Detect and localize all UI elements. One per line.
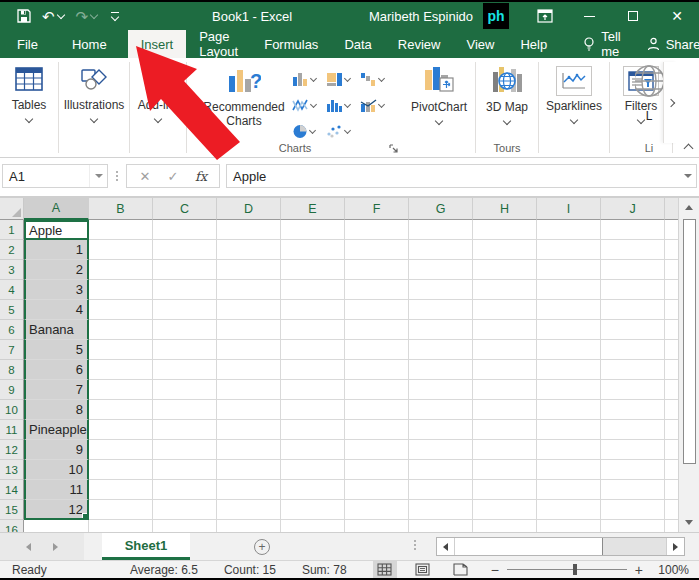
cell-H16[interactable] <box>473 520 537 532</box>
cell-C4[interactable] <box>153 280 217 300</box>
cell-G7[interactable] <box>409 340 473 360</box>
cell-I11[interactable] <box>537 420 601 440</box>
insert-function-icon[interactable]: fx <box>187 169 215 184</box>
row-header-14[interactable]: 14 <box>0 480 24 500</box>
column-header-h[interactable]: H <box>473 198 537 220</box>
cell-F12[interactable] <box>345 440 409 460</box>
cell-J4[interactable] <box>601 280 665 300</box>
cell-D10[interactable] <box>217 400 281 420</box>
cell-J6[interactable] <box>601 320 665 340</box>
cell-F5[interactable] <box>345 300 409 320</box>
row-header-1[interactable]: 1 <box>0 220 24 240</box>
cell-A8[interactable]: 6 <box>24 360 89 380</box>
cell-G11[interactable] <box>409 420 473 440</box>
scroll-right-icon[interactable] <box>666 538 684 555</box>
cell-D15[interactable] <box>217 500 281 520</box>
cell-H7[interactable] <box>473 340 537 360</box>
tab-share[interactable]: Share <box>634 30 699 58</box>
cell-F2[interactable] <box>345 240 409 260</box>
cell-I3[interactable] <box>537 260 601 280</box>
ribbon-display-options-icon[interactable] <box>523 2 567 30</box>
vertical-scroll-thumb[interactable] <box>683 219 696 464</box>
cell-H8[interactable] <box>473 360 537 380</box>
cell-B8[interactable] <box>89 360 153 380</box>
cell-E4[interactable] <box>281 280 345 300</box>
cell-A15[interactable]: 12 <box>24 500 89 520</box>
tables-button[interactable]: Tables <box>6 64 53 150</box>
cell-G3[interactable] <box>409 260 473 280</box>
cell-H1[interactable] <box>473 220 537 240</box>
row-header-5[interactable]: 5 <box>0 300 24 320</box>
cell-A14[interactable]: 11 <box>24 480 89 500</box>
cell-H10[interactable] <box>473 400 537 420</box>
cell-E7[interactable] <box>281 340 345 360</box>
cell-C7[interactable] <box>153 340 217 360</box>
cell-C9[interactable] <box>153 380 217 400</box>
cell-C12[interactable] <box>153 440 217 460</box>
cell-F16[interactable] <box>345 520 409 532</box>
tab-help[interactable]: Help <box>507 30 560 58</box>
ribbon-scroll-right-button[interactable] <box>663 62 677 143</box>
cell-B5[interactable] <box>89 300 153 320</box>
cell-A9[interactable]: 7 <box>24 380 89 400</box>
cell-B10[interactable] <box>89 400 153 420</box>
name-box-dropdown-icon[interactable] <box>89 165 107 187</box>
cell-D14[interactable] <box>217 480 281 500</box>
maximize-button[interactable] <box>611 2 655 30</box>
cell-A2[interactable]: 1 <box>24 240 89 260</box>
histogram-chart-icon[interactable] <box>326 92 360 118</box>
map3d-button[interactable]: 3D Map <box>480 64 534 150</box>
recommended-charts-button[interactable]: ? Recommended Charts <box>196 64 292 150</box>
cell-F3[interactable] <box>345 260 409 280</box>
cell-C11[interactable] <box>153 420 217 440</box>
cell-F4[interactable] <box>345 280 409 300</box>
addins-button[interactable]: Add-ins <box>132 64 185 150</box>
customize-quick-access-icon[interactable] <box>111 12 119 20</box>
combo-chart-icon[interactable] <box>360 92 394 118</box>
formula-input[interactable]: Apple <box>226 164 697 188</box>
redo-button[interactable]: ↷ <box>76 9 98 24</box>
cell-A16[interactable] <box>24 520 89 532</box>
cell-C13[interactable] <box>153 460 217 480</box>
new-sheet-button[interactable]: + <box>242 533 282 560</box>
cell-F6[interactable] <box>345 320 409 340</box>
cell-A10[interactable]: 8 <box>24 400 89 420</box>
cell-G8[interactable] <box>409 360 473 380</box>
cell-E14[interactable] <box>281 480 345 500</box>
row-header-13[interactable]: 13 <box>0 460 24 480</box>
sparklines-button[interactable]: Sparklines <box>540 64 608 150</box>
column-header-b[interactable]: B <box>89 198 153 220</box>
scatter-chart-icon[interactable] <box>326 118 360 144</box>
scroll-left-icon[interactable] <box>437 538 455 555</box>
zoom-slider[interactable] <box>507 569 627 570</box>
cell-H11[interactable] <box>473 420 537 440</box>
cell-H13[interactable] <box>473 460 537 480</box>
treemap-chart-icon[interactable] <box>326 66 360 92</box>
cell-J1[interactable] <box>601 220 665 240</box>
cell-H4[interactable] <box>473 280 537 300</box>
avatar[interactable]: ph <box>483 3 509 29</box>
formula-bar-expand-icon[interactable] <box>680 174 696 178</box>
column-header-g[interactable]: G <box>409 198 473 220</box>
links-button-label[interactable]: L <box>646 109 653 123</box>
cell-D1[interactable] <box>217 220 281 240</box>
cell-B16[interactable] <box>89 520 153 532</box>
cell-B14[interactable] <box>89 480 153 500</box>
cell-E10[interactable] <box>281 400 345 420</box>
cell-G10[interactable] <box>409 400 473 420</box>
horizontal-scroll-thumb[interactable] <box>455 538 603 555</box>
row-header-10[interactable]: 10 <box>0 400 24 420</box>
cell-E9[interactable] <box>281 380 345 400</box>
page-break-preview-icon[interactable] <box>449 561 473 578</box>
status-sum[interactable]: Sum: 78 <box>302 563 347 577</box>
cell-B9[interactable] <box>89 380 153 400</box>
cell-F13[interactable] <box>345 460 409 480</box>
cell-G9[interactable] <box>409 380 473 400</box>
cell-G12[interactable] <box>409 440 473 460</box>
cell-A7[interactable]: 5 <box>24 340 89 360</box>
tab-data[interactable]: Data <box>331 30 384 58</box>
cell-A12[interactable]: 9 <box>24 440 89 460</box>
cell-E8[interactable] <box>281 360 345 380</box>
line-chart-icon[interactable] <box>292 92 326 118</box>
cell-E3[interactable] <box>281 260 345 280</box>
